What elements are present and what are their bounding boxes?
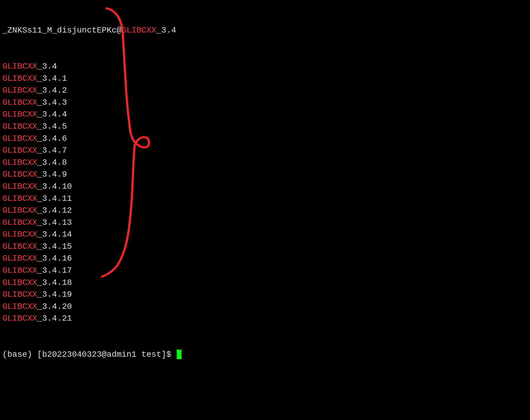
version-list: GLIBCXX_3.4GLIBCXX_3.4.1GLIBCXX_3.4.2GLI… [2, 61, 528, 325]
version-highlight: GLIBCXX [2, 146, 37, 155]
version-line: GLIBCXX_3.4.21 [2, 313, 528, 325]
version-highlight: GLIBCXX [2, 110, 37, 119]
version-highlight: GLIBCXX [2, 266, 37, 275]
version-suffix: _3.4.16 [37, 254, 72, 263]
version-suffix: _3.4.13 [37, 218, 72, 227]
version-highlight: GLIBCXX [2, 206, 37, 215]
version-suffix: _3.4.11 [37, 194, 72, 203]
cursor-icon[interactable] [177, 350, 181, 359]
version-suffix: _3.4.4 [37, 110, 67, 119]
version-suffix: _3.4.21 [37, 314, 72, 323]
version-suffix: _3.4.12 [37, 206, 72, 215]
version-suffix: _3.4.6 [37, 134, 67, 143]
version-highlight: GLIBCXX [2, 194, 37, 203]
version-line: GLIBCXX_3.4 [2, 61, 528, 73]
version-suffix: _3.4.8 [37, 158, 67, 167]
version-line: GLIBCXX_3.4.11 [2, 193, 528, 205]
version-highlight: GLIBCXX [2, 170, 37, 179]
version-suffix: _3.4.20 [37, 302, 72, 311]
version-suffix: _3.4.15 [37, 242, 72, 251]
version-line: GLIBCXX_3.4.6 [2, 133, 528, 145]
version-line: GLIBCXX_3.4.10 [2, 181, 528, 193]
version-suffix: _3.4.1 [37, 74, 67, 83]
symbol-line: _ZNKSs11_M_disjunctEPKc@GLIBCXX_3.4 [2, 25, 528, 37]
version-suffix: _3.4.7 [37, 146, 67, 155]
version-highlight: GLIBCXX [2, 302, 37, 311]
version-highlight: GLIBCXX [2, 134, 37, 143]
version-line: GLIBCXX_3.4.13 [2, 217, 528, 229]
version-suffix: _3.4.2 [37, 86, 67, 95]
version-suffix: _3.4 [37, 62, 57, 71]
version-line: GLIBCXX_3.4.3 [2, 97, 528, 109]
version-line: GLIBCXX_3.4.12 [2, 205, 528, 217]
terminal-output[interactable]: _ZNKSs11_M_disjunctEPKc@GLIBCXX_3.4 GLIB… [0, 0, 530, 373]
version-highlight: GLIBCXX [2, 86, 37, 95]
version-line: GLIBCXX_3.4.2 [2, 85, 528, 97]
symbol-highlight: GLIBCXX [121, 26, 156, 35]
version-suffix: _3.4.5 [37, 122, 67, 131]
version-line: GLIBCXX_3.4.17 [2, 265, 528, 277]
version-suffix: _3.4.10 [37, 182, 72, 191]
shell-prompt[interactable]: (base) [b20223040323@admin1 test]$ [2, 350, 176, 359]
version-highlight: GLIBCXX [2, 290, 37, 299]
version-highlight: GLIBCXX [2, 254, 37, 263]
shell-prompt-line: (base) [b20223040323@admin1 test]$ [2, 349, 528, 361]
version-line: GLIBCXX_3.4.14 [2, 229, 528, 241]
version-highlight: GLIBCXX [2, 218, 37, 227]
version-highlight: GLIBCXX [2, 158, 37, 167]
version-suffix: _3.4.17 [37, 266, 72, 275]
version-suffix: _3.4.9 [37, 170, 67, 179]
version-highlight: GLIBCXX [2, 182, 37, 191]
version-highlight: GLIBCXX [2, 278, 37, 287]
version-line: GLIBCXX_3.4.18 [2, 277, 528, 289]
version-line: GLIBCXX_3.4.16 [2, 253, 528, 265]
version-highlight: GLIBCXX [2, 230, 37, 239]
version-line: GLIBCXX_3.4.7 [2, 145, 528, 157]
version-highlight: GLIBCXX [2, 74, 37, 83]
version-highlight: GLIBCXX [2, 314, 37, 323]
version-line: GLIBCXX_3.4.8 [2, 157, 528, 169]
version-highlight: GLIBCXX [2, 62, 37, 71]
version-line: GLIBCXX_3.4.4 [2, 109, 528, 121]
version-highlight: GLIBCXX [2, 242, 37, 251]
version-line: GLIBCXX_3.4.19 [2, 289, 528, 301]
version-suffix: _3.4.19 [37, 290, 72, 299]
version-line: GLIBCXX_3.4.1 [2, 73, 528, 85]
symbol-prefix: _ZNKSs11_M_disjunctEPKc@ [2, 26, 121, 35]
version-line: GLIBCXX_3.4.15 [2, 241, 528, 253]
version-line: GLIBCXX_3.4.20 [2, 301, 528, 313]
version-suffix: _3.4.3 [37, 98, 67, 107]
version-line: GLIBCXX_3.4.5 [2, 121, 528, 133]
version-suffix: _3.4.14 [37, 230, 72, 239]
symbol-suffix: _3.4 [156, 26, 176, 35]
version-suffix: _3.4.18 [37, 278, 72, 287]
version-highlight: GLIBCXX [2, 122, 37, 131]
version-line: GLIBCXX_3.4.9 [2, 169, 528, 181]
version-highlight: GLIBCXX [2, 98, 37, 107]
